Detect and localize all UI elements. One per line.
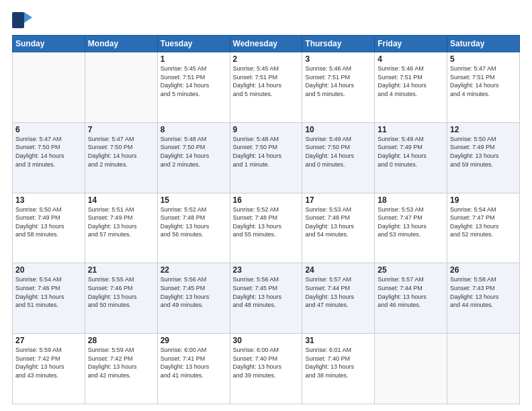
day-number: 4 [378,54,444,64]
day-cell: 29Sunrise: 6:00 AM Sunset: 7:41 PM Dayli… [157,334,230,404]
day-cell: 15Sunrise: 5:52 AM Sunset: 7:48 PM Dayli… [157,193,230,263]
day-cell: 20Sunrise: 5:54 AM Sunset: 7:46 PM Dayli… [13,263,85,334]
day-info: Sunrise: 6:01 AM Sunset: 7:40 PM Dayligh… [305,346,371,379]
weekday-monday: Monday [85,36,157,52]
day-info: Sunrise: 5:52 AM Sunset: 7:48 PM Dayligh… [233,205,300,239]
day-info: Sunrise: 5:48 AM Sunset: 7:50 PM Dayligh… [233,135,300,169]
day-number: 3 [305,54,371,64]
day-number: 19 [450,195,517,205]
day-number: 25 [378,265,444,275]
day-number: 29 [161,336,227,345]
day-info: Sunrise: 5:57 AM Sunset: 7:44 PM Dayligh… [378,275,444,309]
day-info: Sunrise: 5:49 AM Sunset: 7:50 PM Dayligh… [305,135,371,169]
day-info: Sunrise: 5:47 AM Sunset: 7:50 PM Dayligh… [88,135,154,169]
day-cell: 17Sunrise: 5:53 AM Sunset: 7:48 PM Dayli… [302,193,375,263]
day-number: 8 [161,125,227,134]
logo-icon [12,12,32,28]
day-info: Sunrise: 5:47 AM Sunset: 7:50 PM Dayligh… [15,135,82,169]
day-cell: 31Sunrise: 6:01 AM Sunset: 7:40 PM Dayli… [302,334,375,404]
day-cell: 6Sunrise: 5:47 AM Sunset: 7:50 PM Daylig… [13,122,85,193]
day-cell: 4Sunrise: 5:46 AM Sunset: 7:51 PM Daylig… [375,52,447,123]
day-info: Sunrise: 5:46 AM Sunset: 7:51 PM Dayligh… [378,64,444,98]
day-number: 14 [88,195,154,205]
day-info: Sunrise: 5:53 AM Sunset: 7:47 PM Dayligh… [378,205,444,239]
week-row-2: 6Sunrise: 5:47 AM Sunset: 7:50 PM Daylig… [13,122,520,193]
day-number: 17 [305,195,371,205]
calendar-body: 1Sunrise: 5:45 AM Sunset: 7:51 PM Daylig… [13,52,520,404]
day-info: Sunrise: 5:46 AM Sunset: 7:51 PM Dayligh… [305,64,371,98]
day-number: 20 [15,265,82,275]
weekday-thursday: Thursday [302,36,375,52]
header [12,12,520,28]
day-number: 12 [450,125,517,134]
day-number: 28 [88,336,154,345]
day-info: Sunrise: 5:50 AM Sunset: 7:49 PM Dayligh… [450,135,517,169]
weekday-tuesday: Tuesday [157,36,230,52]
day-cell [375,334,447,404]
day-info: Sunrise: 6:00 AM Sunset: 7:41 PM Dayligh… [161,346,227,379]
day-number: 10 [305,125,371,134]
day-cell: 28Sunrise: 5:59 AM Sunset: 7:42 PM Dayli… [85,334,157,404]
day-info: Sunrise: 5:56 AM Sunset: 7:45 PM Dayligh… [161,275,227,309]
day-cell: 1Sunrise: 5:45 AM Sunset: 7:51 PM Daylig… [157,52,230,123]
week-row-4: 20Sunrise: 5:54 AM Sunset: 7:46 PM Dayli… [13,263,520,334]
day-info: Sunrise: 5:59 AM Sunset: 7:42 PM Dayligh… [15,346,82,379]
logo [12,12,35,28]
day-cell: 10Sunrise: 5:49 AM Sunset: 7:50 PM Dayli… [302,122,375,193]
day-cell: 27Sunrise: 5:59 AM Sunset: 7:42 PM Dayli… [13,334,85,404]
day-cell [13,52,85,123]
day-cell: 18Sunrise: 5:53 AM Sunset: 7:47 PM Dayli… [375,193,447,263]
day-cell: 25Sunrise: 5:57 AM Sunset: 7:44 PM Dayli… [375,263,447,334]
day-info: Sunrise: 5:45 AM Sunset: 7:51 PM Dayligh… [161,64,227,98]
day-cell: 3Sunrise: 5:46 AM Sunset: 7:51 PM Daylig… [302,52,375,123]
day-info: Sunrise: 5:54 AM Sunset: 7:47 PM Dayligh… [450,205,517,239]
day-info: Sunrise: 5:52 AM Sunset: 7:48 PM Dayligh… [161,205,227,239]
day-info: Sunrise: 5:53 AM Sunset: 7:48 PM Dayligh… [305,205,371,239]
day-info: Sunrise: 5:50 AM Sunset: 7:49 PM Dayligh… [15,205,82,239]
day-number: 16 [233,195,300,205]
day-info: Sunrise: 5:54 AM Sunset: 7:46 PM Dayligh… [15,275,82,309]
weekday-header: SundayMondayTuesdayWednesdayThursdayFrid… [13,36,520,52]
day-number: 21 [88,265,154,275]
day-cell [447,334,520,404]
day-cell: 22Sunrise: 5:56 AM Sunset: 7:45 PM Dayli… [157,263,230,334]
weekday-sunday: Sunday [13,36,85,52]
day-number: 30 [233,336,300,345]
day-info: Sunrise: 5:47 AM Sunset: 7:51 PM Dayligh… [450,64,517,98]
day-number: 18 [378,195,444,205]
weekday-friday: Friday [375,36,447,52]
day-cell: 23Sunrise: 5:56 AM Sunset: 7:45 PM Dayli… [230,263,302,334]
day-number: 5 [450,54,517,64]
day-number: 6 [15,125,82,134]
day-number: 26 [450,265,517,275]
day-number: 7 [88,125,154,134]
day-cell: 11Sunrise: 5:49 AM Sunset: 7:49 PM Dayli… [375,122,447,193]
day-number: 11 [378,125,444,134]
day-cell [85,52,157,123]
day-number: 22 [161,265,227,275]
day-info: Sunrise: 5:57 AM Sunset: 7:44 PM Dayligh… [305,275,371,309]
day-info: Sunrise: 5:48 AM Sunset: 7:50 PM Dayligh… [161,135,227,169]
day-cell: 14Sunrise: 5:51 AM Sunset: 7:49 PM Dayli… [85,193,157,263]
day-number: 27 [15,336,82,345]
svg-marker-1 [24,12,32,23]
day-number: 24 [305,265,371,275]
day-number: 15 [161,195,227,205]
day-cell: 9Sunrise: 5:48 AM Sunset: 7:50 PM Daylig… [230,122,302,193]
day-cell: 8Sunrise: 5:48 AM Sunset: 7:50 PM Daylig… [157,122,230,193]
day-info: Sunrise: 5:56 AM Sunset: 7:45 PM Dayligh… [233,275,300,309]
day-cell: 5Sunrise: 5:47 AM Sunset: 7:51 PM Daylig… [447,52,520,123]
day-number: 23 [233,265,300,275]
day-info: Sunrise: 5:59 AM Sunset: 7:42 PM Dayligh… [88,346,154,379]
day-cell: 2Sunrise: 5:45 AM Sunset: 7:51 PM Daylig… [230,52,302,123]
page: SundayMondayTuesdayWednesdayThursdayFrid… [0,0,532,411]
day-cell: 21Sunrise: 5:55 AM Sunset: 7:46 PM Dayli… [85,263,157,334]
day-cell: 16Sunrise: 5:52 AM Sunset: 7:48 PM Dayli… [230,193,302,263]
day-info: Sunrise: 5:58 AM Sunset: 7:43 PM Dayligh… [450,275,517,309]
week-row-5: 27Sunrise: 5:59 AM Sunset: 7:42 PM Dayli… [13,334,520,404]
day-number: 9 [233,125,300,134]
day-cell: 30Sunrise: 6:00 AM Sunset: 7:40 PM Dayli… [230,334,302,404]
day-cell: 24Sunrise: 5:57 AM Sunset: 7:44 PM Dayli… [302,263,375,334]
day-cell: 13Sunrise: 5:50 AM Sunset: 7:49 PM Dayli… [13,193,85,263]
day-info: Sunrise: 5:51 AM Sunset: 7:49 PM Dayligh… [88,205,154,239]
